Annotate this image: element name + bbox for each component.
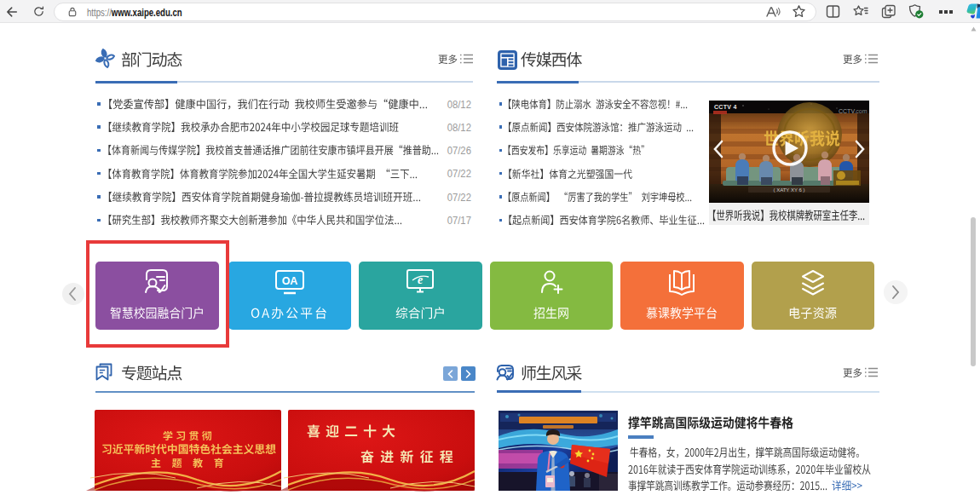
svg-text:OA: OA	[281, 275, 297, 287]
svg-text:e: e	[418, 273, 423, 286]
svg-text:( XATY XY 6 ): ( XATY XY 6 )	[773, 187, 804, 193]
